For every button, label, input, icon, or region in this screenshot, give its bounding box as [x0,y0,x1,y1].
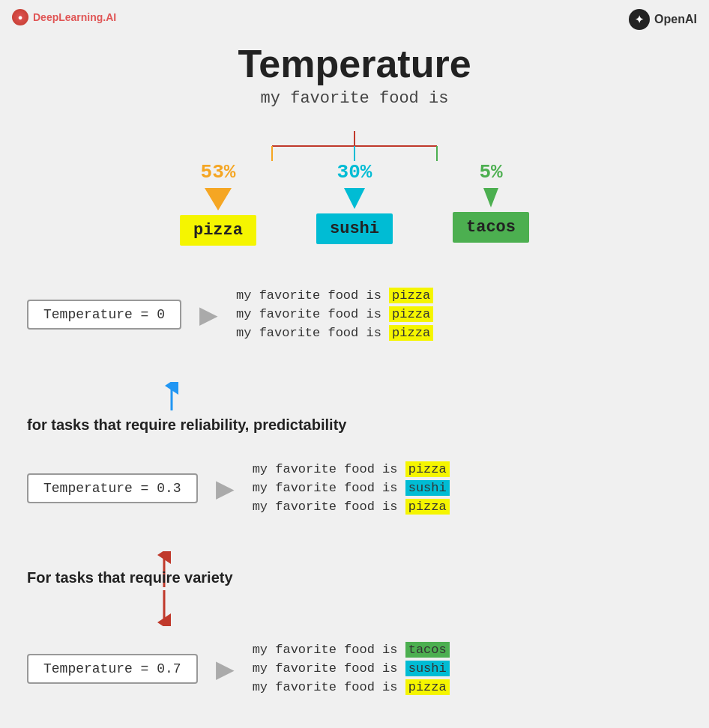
temp07-line3-highlight: pizza [405,679,450,695]
temp0-line1-highlight: pizza [389,288,433,303]
temp07-line2-highlight: sushi [405,661,450,676]
temp0-arrow-right: ▶ [199,300,218,329]
desc0-label: for tasks that require reliability, pred… [27,416,346,433]
temp0-label: Temperature = 0 [43,307,165,322]
tacos-percentage: 5% [479,161,502,183]
temp07-label: Temperature = 0.7 [43,661,181,676]
temp0-line2-text: my favorite food is [236,307,389,321]
blue-arrow-svg [160,382,183,412]
temp03-line3-highlight: pizza [405,499,450,515]
sushi-column: 30% sushi [316,161,393,244]
temp07-line3-text: my favorite food is [253,680,405,694]
temp07-line2-text: my favorite food is [253,661,405,676]
openai-logo-icon: ✦ [629,9,650,30]
tacos-column: 5% tacos [453,161,529,243]
temp0-line1: my favorite food is pizza [236,288,433,303]
temp07-section: Temperature = 0.7 ▶ my favorite food is … [27,643,682,694]
openai-logo-text: OpenAI [654,13,697,26]
sushi-box: sushi [316,213,393,244]
tree-content-row: 53% pizza 30% sushi 5% tacos [180,161,529,246]
tacos-arrow [483,188,498,207]
temp03-line1-highlight: pizza [405,461,450,477]
temp0-line2-highlight: pizza [389,306,433,322]
temp03-output: my favorite food is pizza my favorite fo… [253,462,450,514]
temp07-line1-highlight: tacos [405,642,450,658]
pizza-arrow [205,188,232,210]
temp0-section: Temperature = 0 ▶ my favorite food is pi… [27,288,682,340]
temp07-arrow-right: ▶ [216,655,235,683]
title-area: Temperature my favorite food is [0,41,709,108]
temp0-output: my favorite food is pizza my favorite fo… [236,288,433,340]
red-vert-arrow [153,551,175,626]
tree-diagram: 53% pizza 30% sushi 5% tacos [0,116,709,246]
temp0-line2: my favorite food is pizza [236,307,433,321]
page-title: Temperature [0,41,709,86]
temp03-line2-highlight: sushi [405,480,450,496]
temp07-box: Temperature = 0.7 [27,654,198,684]
temp07-line1-text: my favorite food is [253,643,405,657]
red-arrow-svg [153,551,175,626]
sushi-percentage: 30% [337,161,372,183]
blue-up-arrow [160,382,183,412]
temp0-line1-text: my favorite food is [236,288,389,303]
pizza-box: pizza [180,215,256,246]
temp03-line2: my favorite food is sushi [253,481,450,495]
openai-logo: ✦ OpenAI [629,9,697,30]
temp07-line1: my favorite food is tacos [253,643,450,657]
temp03-box: Temperature = 0.3 [27,473,198,503]
desc1-label: For tasks that require variety [27,569,233,586]
dl-logo-text: DeepLearning.AI [33,11,116,23]
desc1-text: For tasks that require variety [27,569,233,586]
dl-logo-icon: ● [12,9,28,25]
desc0-text: for tasks that require reliability, pred… [27,416,346,434]
pizza-percentage: 53% [201,161,236,183]
temp03-line3-text: my favorite food is [253,500,405,514]
temp0-line3: my favorite food is pizza [236,326,433,340]
sushi-arrow [344,188,365,209]
temp07-line3: my favorite food is pizza [253,680,450,694]
tacos-box: tacos [453,212,529,243]
temp0-box: Temperature = 0 [27,300,181,330]
temp03-line2-text: my favorite food is [253,481,405,495]
temp07-output: my favorite food is tacos my favorite fo… [253,643,450,694]
deeplearning-logo: ● DeepLearning.AI [12,9,116,25]
temp03-label: Temperature = 0.3 [43,481,181,496]
temp03-arrow-right: ▶ [216,474,235,503]
temp07-line2: my favorite food is sushi [253,661,450,676]
temp03-line1: my favorite food is pizza [253,462,450,476]
temp03-section: Temperature = 0.3 ▶ my favorite food is … [27,462,682,514]
temp0-line3-highlight: pizza [389,325,433,341]
page-subtitle: my favorite food is [0,89,709,108]
temp03-line3: my favorite food is pizza [253,500,450,514]
pizza-column: 53% pizza [180,161,256,246]
temp0-line3-text: my favorite food is [236,326,389,340]
temp03-line1-text: my favorite food is [253,462,405,476]
